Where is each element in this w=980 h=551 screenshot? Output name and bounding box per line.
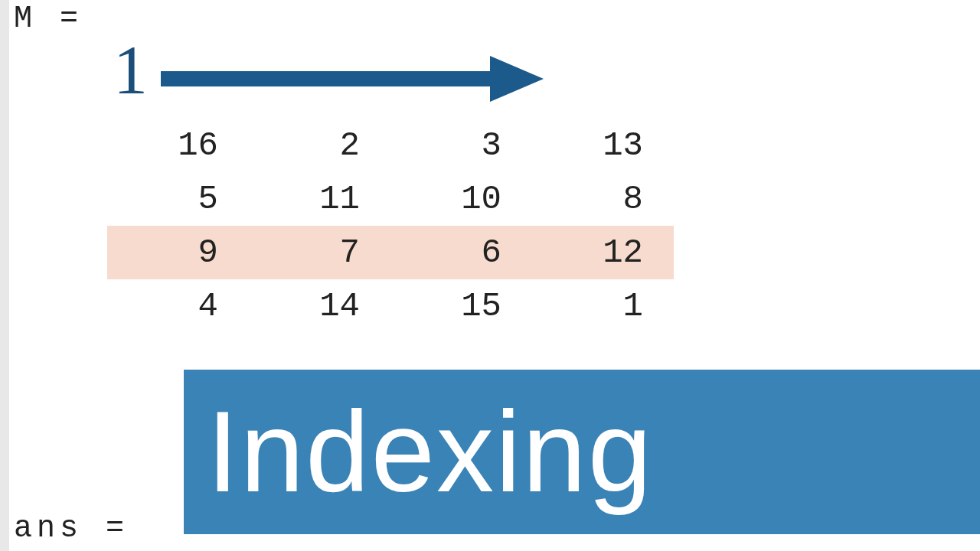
matrix-row-highlighted: 9 7 6 12	[107, 226, 674, 279]
title-banner: Indexing	[184, 370, 980, 534]
matrix-cell: 16	[107, 126, 249, 165]
matrix-cell: 4	[107, 287, 249, 325]
matrix-row: 4 14 15 1	[107, 279, 674, 333]
matrix-row: 16 2 3 13	[107, 119, 674, 172]
matrix-cell: 9	[107, 233, 249, 272]
matrix-m: 16 2 3 13 5 11 10 8 9 7 6 12 4 14 15 1	[107, 119, 674, 333]
variable-m-label: M =	[14, 2, 83, 36]
matrix-cell: 14	[249, 287, 390, 325]
svg-marker-1	[490, 56, 544, 102]
variable-ans-label: ans =	[14, 511, 129, 546]
matrix-cell: 13	[532, 126, 674, 165]
matrix-cell: 11	[249, 180, 390, 218]
matrix-row: 5 11 10 8	[107, 172, 674, 226]
matrix-cell: 2	[249, 126, 390, 165]
matrix-cell: 5	[107, 180, 249, 218]
matrix-cell: 3	[390, 126, 532, 165]
matrix-cell: 7	[249, 233, 390, 272]
matrix-cell: 6	[390, 233, 532, 272]
matrix-cell: 8	[532, 180, 674, 218]
arrow-right-icon	[161, 52, 544, 106]
index-annotation-one: 1	[113, 31, 148, 109]
matrix-cell: 15	[390, 287, 532, 325]
matrix-cell: 12	[532, 233, 674, 272]
matrix-cell: 10	[390, 180, 532, 218]
matrix-cell: 1	[532, 287, 674, 325]
editor-gutter	[0, 0, 9, 551]
